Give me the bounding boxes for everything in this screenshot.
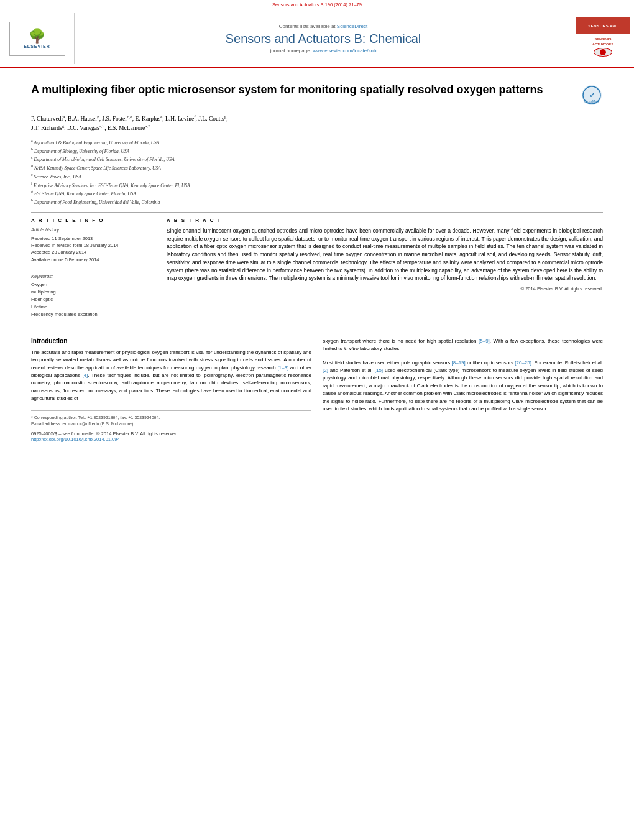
body-section: Introduction The accurate and rapid meas… — [31, 330, 603, 442]
body-left-column: Introduction The accurate and rapid meas… — [31, 338, 311, 442]
sensors-top-text: SENSORS and — [588, 24, 617, 28]
article-info-label: A R T I C L E I N F O — [31, 218, 147, 223]
revised-date: Received in revised form 18 January 2014 — [31, 242, 147, 249]
introduction-heading: Introduction — [31, 338, 311, 344]
available-online-date: Available online 5 February 2014 — [31, 256, 147, 263]
article-title: A multiplexing fiber optic microsensor s… — [31, 83, 574, 97]
abstract-text: Single channel luminescent oxygen-quench… — [167, 227, 603, 282]
svg-text:✓: ✓ — [589, 91, 595, 99]
sensors-logo-bottom: SENSORSAcTuators — [576, 34, 630, 60]
cite-15[interactable]: [15] — [375, 367, 383, 373]
abstract-column: A B S T R A C T Single channel luminesce… — [167, 218, 603, 318]
introduction-paragraph-1: The accurate and rapid measurement of ph… — [31, 349, 311, 403]
received-date: Received 11 September 2013 — [31, 235, 147, 242]
corresponding-author-footnote: * Corresponding author. Tel.: +1 3523921… — [31, 415, 311, 428]
article-info-abstract-section: A R T I C L E I N F O Article history: R… — [31, 212, 603, 318]
article-container: A multiplexing fiber optic microsensor s… — [0, 68, 634, 452]
keyword-oxygen: Oxygen — [31, 281, 147, 288]
intro-continued: oxygen transport where there is no need … — [323, 338, 603, 353]
copyright-line: © 2014 Elsevier B.V. All rights reserved… — [167, 286, 603, 292]
journal-info-center: Contents lists available at ScienceDirec… — [75, 13, 572, 64]
keyword-multiplexing: multiplexing — [31, 288, 147, 296]
sensors-logo-area: SENSORS and SENSORSAcTuators — [572, 13, 634, 64]
cite-1-3[interactable]: [1–3] — [277, 365, 288, 371]
page-reference: Sensors and Actuators B 196 (2014) 71–79 — [0, 0, 634, 9]
contents-available: Contents lists available at ScienceDirec… — [279, 24, 367, 29]
elsevier-tree-icon: 🌳 — [29, 29, 45, 43]
article-info-column: A R T I C L E I N F O Article history: R… — [31, 218, 155, 318]
sensors-actuators-label: SENSORSAcTuators — [592, 37, 613, 46]
keyword-lifetime: Lifetime — [31, 303, 147, 311]
sensors-logo-graphic — [594, 48, 612, 57]
cite-8-19[interactable]: [8–19] — [452, 360, 466, 366]
doi-url[interactable]: http://dx.doi.org/10.1016/j.snb.2014.01.… — [31, 436, 120, 442]
elsevier-label: ELSEVIER — [24, 44, 50, 48]
sciencedirect-link[interactable]: ScienceDirect — [337, 24, 367, 29]
elsevier-logo-area: 🌳 ELSEVIER — [0, 13, 75, 64]
keywords-label: Keywords: — [31, 274, 147, 279]
affiliations-section: a Agricultural & Biological Engineering,… — [31, 138, 603, 206]
issn-doi-section: 0925-4005/$ – see front matter © 2014 El… — [31, 431, 311, 442]
sensors-logo-red-bar: SENSORS and — [576, 17, 630, 34]
journal-homepage: journal homepage: www.elsevier.com/locat… — [270, 48, 377, 53]
svg-text:CrossMark: CrossMark — [584, 99, 600, 103]
body-right-column: oxygen transport where there is no need … — [323, 338, 603, 442]
article-title-section: A multiplexing fiber optic microsensor s… — [31, 83, 603, 106]
cite-5-9[interactable]: [5–9] — [479, 338, 490, 344]
cite-20-25[interactable]: [20–25] — [515, 360, 531, 366]
info-divider — [31, 267, 147, 267]
sensors-logo: SENSORS and SENSORSAcTuators — [576, 17, 630, 60]
journal-header: 🌳 ELSEVIER Contents lists available at S… — [0, 9, 634, 68]
journal-title: Sensors and Actuators B: Chemical — [226, 32, 421, 46]
article-history-label: Article history: — [31, 227, 147, 233]
doi-link: http://dx.doi.org/10.1016/j.snb.2014.01.… — [31, 436, 311, 442]
keyword-fiber-optic: Fiber optic — [31, 296, 147, 303]
authors-line: P. Chaturvedia, B.A. Hauserb, J.S. Foste… — [31, 114, 603, 133]
accepted-date: Accepted 23 January 2014 — [31, 249, 147, 256]
issn-text: 0925-4005/$ – see front matter © 2014 El… — [31, 431, 311, 436]
cite-2[interactable]: [2] — [323, 367, 328, 373]
homepage-url[interactable]: www.elsevier.com/locate/snb — [313, 48, 376, 53]
elsevier-logo: 🌳 ELSEVIER — [9, 22, 65, 56]
article-footer: * Corresponding author. Tel.: +1 3523921… — [31, 410, 311, 442]
cite-4[interactable]: [4] — [82, 372, 88, 378]
crossmark-icon[interactable]: ✓ CrossMark — [581, 84, 603, 106]
keywords-section: Keywords: Oxygen multiplexing Fiber opti… — [31, 274, 147, 318]
keyword-frequency: Frequency-modulated excitation — [31, 311, 147, 318]
abstract-label: A B S T R A C T — [167, 218, 603, 223]
intro-paragraph-2: Most field studies have used either pola… — [323, 359, 603, 413]
